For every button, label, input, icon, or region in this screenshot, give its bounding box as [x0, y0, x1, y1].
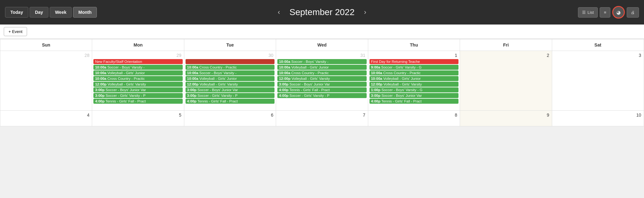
calendar-toolbar: + Event — [0, 25, 644, 39]
cell-thu-8[interactable]: 8 — [368, 111, 460, 126]
cell-fri-2[interactable]: 2 — [460, 51, 552, 111]
cell-thu-1[interactable]: 1 First Day for Returning Teache 9:00a S… — [368, 51, 460, 111]
date-7: 7 — [277, 112, 366, 119]
add-event-button[interactable]: + Event — [4, 27, 27, 36]
event-thu-5[interactable]: 1:00p Soccer - Boys' Varsity - G — [369, 87, 458, 92]
calendar-container: Sun Mon Tue Wed Thu Fri Sat 28 29 — [0, 39, 644, 126]
month-navigation: ‹ September 2022 › — [275, 7, 369, 18]
cell-mon-29[interactable]: 29 New Faculty/Staff Orientation 10:00a … — [92, 51, 184, 111]
toolbar-right: ☰ List ≡ ◕ 🖨 — [578, 6, 639, 19]
month-button[interactable]: Month — [73, 7, 97, 18]
cell-sat-3[interactable]: 3 — [552, 51, 644, 111]
event-mon-4[interactable]: 12:00p Volleyball - Girls' Varsity — [93, 82, 182, 87]
day-button[interactable]: Day — [30, 7, 48, 18]
event-wed-4[interactable]: 12:00p Volleyball - Girls' Varsity — [277, 76, 366, 81]
event-wed-3[interactable]: 10:00a Cross Country - Practic — [277, 70, 366, 75]
list-view-button[interactable]: ☰ List — [578, 7, 598, 18]
event-tue-2[interactable]: 10:00a Soccer - Boys' Varsity - — [186, 70, 275, 75]
date-1: 1 — [369, 52, 458, 59]
col-tue: Tue — [184, 39, 276, 51]
event-tue-7[interactable]: 4:00p Tennis - Girls' Fall - Pract — [186, 99, 275, 104]
event-wed-5[interactable]: 3:00p Soccer - Boys' Junior Var — [277, 82, 366, 87]
event-mon-2[interactable]: 10:00a Volleyball - Girls' Junior — [93, 70, 182, 75]
date-4: 4 — [2, 112, 91, 119]
event-new-faculty-cont[interactable] — [186, 59, 275, 64]
event-wed-2[interactable]: 10:00a Volleyball - Girls' Junior — [277, 65, 366, 70]
cell-wed-7[interactable]: 7 — [276, 111, 368, 126]
week-row-1: 28 29 New Faculty/Staff Orientation 10:0… — [0, 51, 644, 111]
event-mon-7[interactable]: 4:00p Tennis - Girls' Fall - Pract — [93, 99, 182, 104]
rss-button[interactable]: ◕ — [612, 6, 625, 19]
cell-wed-31[interactable]: 31 10:00a Soccer - Boys' Varsity - 10:00… — [276, 51, 368, 111]
event-wed-6[interactable]: 4:00p Tennis - Girls' Fall - Pract — [277, 87, 366, 92]
month-title: September 2022 — [289, 7, 354, 17]
cell-tue-6[interactable]: 6 — [184, 111, 276, 126]
col-sun: Sun — [0, 39, 92, 51]
date-2: 2 — [461, 52, 550, 59]
cell-sat-10[interactable]: 10 — [552, 111, 644, 126]
today-button[interactable]: Today — [5, 7, 28, 18]
print-icon: 🖨 — [631, 10, 635, 15]
col-thu: Thu — [368, 39, 460, 51]
date-6: 6 — [186, 112, 275, 119]
cell-tue-30[interactable]: 30 10:00a Cross Country - Practic 10:00a… — [184, 51, 276, 111]
app-header: Today Day Week Month ‹ September 2022 › … — [0, 0, 644, 25]
event-tue-1[interactable]: 10:00a Cross Country - Practic — [186, 65, 275, 70]
event-tue-4[interactable]: 12:00p Volleyball - Girls' Varsity — [186, 82, 275, 87]
week-row-2: 4 5 6 7 8 9 10 — [0, 111, 644, 126]
prev-month-button[interactable]: ‹ — [275, 7, 283, 18]
date-10: 10 — [553, 112, 642, 119]
col-fri: Fri — [460, 39, 552, 51]
event-thu-0[interactable]: First Day for Returning Teache — [369, 59, 458, 64]
event-thu-7[interactable]: 4:00p Tennis - Girls' Fall - Pract — [369, 99, 458, 104]
col-sat: Sat — [552, 39, 644, 51]
rss-icon: ◕ — [616, 9, 621, 15]
date-28: 28 — [2, 52, 91, 59]
event-mon-1[interactable]: 10:00a Soccer - Boys' Varsity - — [93, 65, 182, 70]
calendar-header-row: Sun Mon Tue Wed Thu Fri Sat — [0, 39, 644, 51]
event-thu-3[interactable]: 10:00a Volleyball - Girls' Junior — [369, 76, 458, 81]
event-thu-2[interactable]: 10:00a Cross Country - Practic — [369, 70, 458, 75]
event-new-faculty[interactable]: New Faculty/Staff Orientation — [93, 59, 182, 64]
event-mon-6[interactable]: 3:00p Soccer - Girls' Varsity - P — [93, 93, 182, 98]
cell-fri-9[interactable]: 9 — [460, 111, 552, 126]
event-tue-5[interactable]: 3:00p Soccer - Boys' Junior Var — [186, 87, 275, 92]
date-5: 5 — [93, 112, 182, 119]
date-29: 29 — [93, 52, 182, 59]
cell-sun-4[interactable]: 4 — [0, 111, 92, 126]
event-wed-7[interactable]: 4:00p Soccer - Girls' Varsity - P — [277, 93, 366, 98]
event-mon-3[interactable]: 10:00a Cross Country - Practic — [93, 76, 182, 81]
event-tue-6[interactable]: 3:00p Soccer - Girls' Varsity - P — [186, 93, 275, 98]
next-month-button[interactable]: › — [361, 7, 369, 18]
date-8: 8 — [369, 112, 458, 119]
list-icon: ☰ — [582, 10, 586, 15]
cell-sun-28[interactable]: 28 — [0, 51, 92, 111]
nav-controls: Today Day Week Month — [5, 7, 97, 18]
date-9: 9 — [461, 112, 550, 119]
week-button[interactable]: Week — [50, 7, 72, 18]
event-thu-1[interactable]: 9:00a Soccer - Girls' Varsity - G — [369, 65, 458, 70]
event-wed-1[interactable]: 10:00a Soccer - Boys' Varsity - — [277, 59, 366, 64]
col-mon: Mon — [92, 39, 184, 51]
col-wed: Wed — [276, 39, 368, 51]
event-thu-4[interactable]: 12:00p Volleyball - Girls' Varsity — [369, 82, 458, 87]
event-thu-6[interactable]: 3:00p Soccer - Boys' Junior Var — [369, 93, 458, 98]
list-label: List — [587, 10, 594, 15]
cell-mon-5[interactable]: 5 — [92, 111, 184, 126]
print-button[interactable]: 🖨 — [627, 7, 639, 18]
calendar-table: Sun Mon Tue Wed Thu Fri Sat 28 29 — [0, 39, 644, 126]
filter-icon: ≡ — [604, 10, 606, 15]
event-mon-5[interactable]: 3:00p Soccer - Boys' Junior Var — [93, 87, 182, 92]
event-tue-3[interactable]: 10:00a Volleyball - Girls' Junior — [186, 76, 275, 81]
date-31: 31 — [277, 52, 366, 59]
date-3: 3 — [553, 52, 642, 59]
date-30: 30 — [186, 52, 275, 59]
filter-button[interactable]: ≡ — [600, 7, 610, 18]
